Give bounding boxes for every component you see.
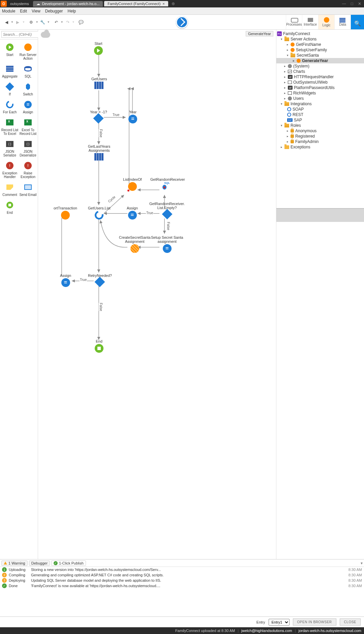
tab-logic[interactable]: Logic (318, 15, 334, 29)
tool-aggregate[interactable]: Aggregate (1, 63, 19, 81)
close-window-icon[interactable]: ✕ (358, 1, 361, 6)
publish-button[interactable] (176, 16, 188, 28)
node-createsecretsanta[interactable]: CreateSecretSanta Assignment (119, 235, 151, 253)
tool-excel-to-recordlist[interactable]: Excel To Record List (19, 117, 37, 138)
wrench-icon[interactable]: 🔧 (39, 19, 46, 26)
bottom-panel: 1 Warning Debugger ✓1-Click Publish ▾ 1U… (0, 559, 364, 627)
tree-server-actions[interactable]: ▾Server Actions (276, 36, 364, 42)
topbar-search-button[interactable] (351, 15, 364, 29)
bottom-panel-menu-icon[interactable]: ▾ (361, 561, 363, 566)
edge-label-false2: False (166, 222, 171, 230)
menu-debugger[interactable]: Debugger (45, 9, 63, 13)
redo-icon[interactable]: ↷ (64, 19, 71, 26)
tree-familyadmin[interactable]: ▸FamilyAdmin (276, 139, 364, 144)
entry-select[interactable]: Entry1 (269, 619, 290, 626)
node-getuserslist[interactable]: GetUsers.List (88, 206, 111, 220)
menu-edit[interactable]: Edit (20, 9, 27, 13)
tool-end[interactable]: End (1, 199, 19, 217)
tree-registered[interactable]: ▸Registered (276, 134, 364, 139)
tree-rest[interactable]: REST (276, 112, 364, 117)
log-row: 1UploadingStoring a new version into 'ht… (0, 567, 364, 572)
tree-root[interactable]: PoFamilyConnect (276, 31, 364, 36)
flow-canvas[interactable]: GenerateYear Start GetUsers Year = -1? Y… (38, 30, 276, 559)
log-stage: Done (9, 584, 29, 588)
tool-raise-exception[interactable]: !Raise Exception (19, 160, 37, 181)
node-year-assign[interactable]: Year= (128, 110, 137, 123)
node-assign1[interactable]: Assign= (127, 206, 138, 220)
module-tab[interactable]: FamilyConnect (FamilyConnect)× (104, 1, 168, 6)
undo-icon[interactable]: ↶ (53, 19, 60, 26)
node-orttransaction[interactable]: ortTransaction (54, 206, 77, 220)
btab-debugger[interactable]: Debugger (29, 560, 50, 566)
folder-icon (284, 37, 289, 41)
tool-comment[interactable]: Comment (1, 181, 19, 199)
feedback-icon[interactable]: 💬 (78, 19, 85, 26)
node-start[interactable]: Start (94, 41, 103, 55)
tool-json-deserialize[interactable]: { }JSON Deserialize (19, 138, 37, 160)
node-end[interactable]: End (95, 339, 103, 353)
tool-start[interactable]: Start (1, 41, 19, 63)
node-getusers[interactable]: GetUsers (91, 77, 107, 89)
node-year-question[interactable]: Year = -1? (90, 110, 107, 122)
tab-processes[interactable]: Processes (286, 15, 302, 29)
node-getrandomreceiver[interactable]: GetRandomReceiver (150, 177, 185, 190)
env-tab[interactable]: ☁Development - jordan-welch-hs.o... (33, 1, 103, 7)
log-step-icon: 1 (2, 567, 7, 572)
node-retryneeded[interactable]: RetryNeeded? (88, 273, 112, 286)
tree-secretsanta[interactable]: ▾SecretSanta (276, 53, 364, 58)
tree-system[interactable]: ▸(System) (276, 63, 364, 69)
tool-switch[interactable]: Switch (19, 81, 37, 99)
ext-icon: xif (288, 75, 293, 79)
new-tab-icon[interactable]: ⊕ (172, 1, 175, 6)
node-listindexof[interactable]: ListIndexOf (123, 177, 142, 191)
logic-tree[interactable]: PoFamilyConnect ▾Server Actions ▸GetFirs… (276, 30, 364, 208)
open-in-browser-button[interactable]: OPEN IN BROWSER (293, 618, 336, 626)
tree-generateyear[interactable]: ▸GenerateYear (276, 58, 364, 63)
menu-view[interactable]: View (32, 9, 40, 13)
tree-integrations[interactable]: ▾Integrations (276, 101, 364, 107)
tree-httprequesthandler[interactable]: ▸xifHTTPRequestHandler (276, 74, 364, 80)
tool-sql[interactable]: SQL (19, 63, 37, 81)
tool-json-serialize[interactable]: { }JSON Serialize (1, 138, 19, 160)
tool-exception-handler[interactable]: !Exception Handler (1, 160, 19, 181)
tab-data[interactable]: Data (334, 15, 351, 29)
log-time: 8:30 AM (348, 568, 362, 572)
tree-exceptions[interactable]: ▸Exceptions (276, 144, 364, 150)
tool-send-email[interactable]: Send Email (19, 181, 37, 199)
tree-outsystemsuiweb[interactable]: ▸OutSystemsUIWeb (276, 80, 364, 85)
tree-getfirstname[interactable]: ▸GetFirstName (276, 42, 364, 47)
tool-for-each[interactable]: For Each (1, 99, 19, 117)
close-icon[interactable]: × (162, 2, 164, 6)
properties-header (276, 208, 364, 222)
btab-publish[interactable]: ✓1-Click Publish (51, 560, 86, 566)
close-button[interactable]: CLOSE (340, 618, 361, 626)
tree-users[interactable]: ▸Users (276, 96, 364, 101)
log-time: 8:30 AM (348, 578, 362, 582)
tree-soap[interactable]: SOAP (276, 107, 364, 112)
tool-if[interactable]: If (1, 81, 19, 99)
tool-assign[interactable]: =Assign (19, 99, 37, 117)
tree-setupuserfamily[interactable]: ▸SetupUserFamily (276, 47, 364, 53)
btab-warnings[interactable]: 1 Warning (1, 560, 28, 566)
tree-charts[interactable]: ▸Charts (276, 69, 364, 74)
tab-interface[interactable]: Interface (302, 15, 318, 29)
tree-roles[interactable]: ▾Roles (276, 123, 364, 128)
tree-richwidgets[interactable]: ▸RichWidgets (276, 90, 364, 96)
menu-help[interactable]: Help (68, 9, 76, 13)
node-assign2[interactable]: Assign= (60, 273, 71, 287)
node-setupsecretsanta[interactable]: Setup Secret Santa assignment= (151, 235, 183, 253)
maximize-icon[interactable]: □ (351, 1, 353, 6)
tree-sap[interactable]: SAPSAP (276, 117, 364, 123)
tool-recordlist-to-excel[interactable]: Record List To Excel (1, 117, 19, 138)
node-listempty-question[interactable]: GetRandomReceiver. List.Empty? (149, 202, 185, 218)
node-getlastyears[interactable]: GetLastYears Assignments (88, 144, 110, 161)
back-button[interactable]: ◀ (3, 19, 10, 26)
forward-button[interactable]: ▶ (14, 19, 21, 26)
tree-anonymous[interactable]: ▸Anonymous (276, 128, 364, 134)
minimize-icon[interactable]: — (342, 1, 346, 6)
tab-logic-label: Logic (323, 23, 331, 27)
tree-platformpasswordutils[interactable]: ▸xifPlatformPasswordUtils (276, 85, 364, 90)
tool-run-server-action[interactable]: Run Server Action (19, 41, 37, 63)
menu-module[interactable]: Module (2, 9, 15, 13)
settings-icon[interactable]: ⚙ (28, 19, 35, 26)
